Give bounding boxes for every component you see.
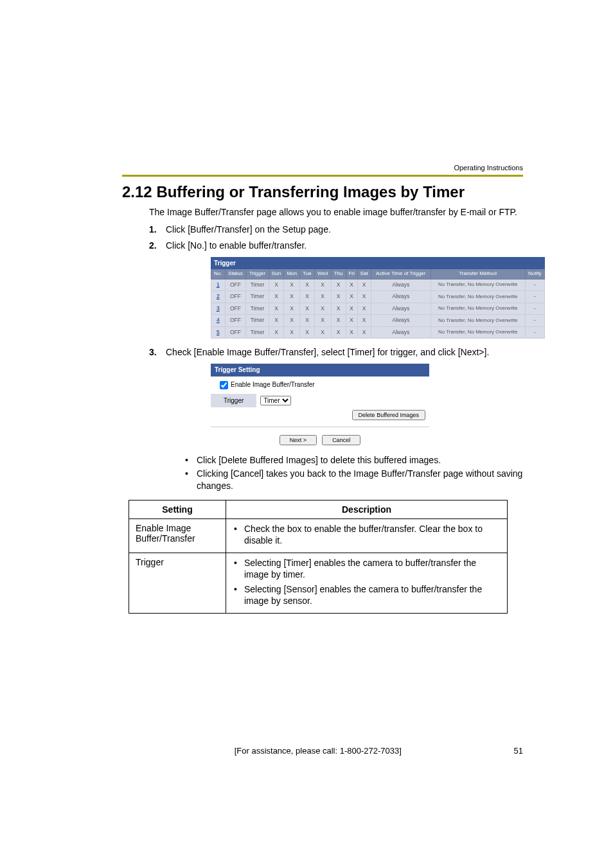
step-number: 2.	[149, 240, 157, 252]
delete-buffered-images-button[interactable]: Delete Buffered Images	[352, 410, 425, 420]
desc-value-0: Check the box to enable the buffer/trans…	[226, 518, 508, 553]
footer-page-number: 51	[514, 746, 523, 756]
step-text: Click [No.] to enable buffer/transfer.	[166, 240, 306, 251]
trigger-header-cell: Notify	[525, 269, 544, 279]
note-item: Clicking [Cancel] takes you back to the …	[182, 468, 523, 492]
desc-head-description: Description	[226, 500, 508, 518]
desc-item: Selecting [Sensor] enables the camera to…	[233, 583, 501, 607]
desc-item: Selecting [Timer] enables the camera to …	[233, 557, 501, 580]
enable-buffer-checkbox[interactable]	[220, 381, 228, 389]
trigger-header-cell: Trigger	[246, 269, 269, 279]
trigger-row-link[interactable]: 5	[217, 329, 220, 335]
page-footer: [For assistance, please call: 1-800-272-…	[122, 746, 523, 756]
note-item: Click [Delete Buffered Images] to delete…	[182, 454, 523, 466]
trigger-select-label: Trigger	[211, 394, 256, 408]
trigger-header-cell: Sat	[357, 269, 371, 279]
trigger-header-cell: No.	[211, 269, 226, 279]
header-breadcrumb: Operating Instructions	[454, 164, 523, 172]
trigger-setting-title: Trigger Setting	[211, 364, 429, 376]
trigger-header-cell: Fri	[346, 269, 357, 279]
table-row: 1OFFTimerXXXXXXXAlwaysNo Transfer, No Me…	[211, 279, 545, 290]
step-1: 1. Click [Buffer/Transfer] on the Setup …	[149, 224, 523, 236]
step-3: 3. Check [Enable Image Buffer/Transfer],…	[149, 346, 523, 492]
next-button[interactable]: Next >	[280, 435, 317, 445]
step-number: 3.	[149, 346, 157, 359]
trigger-header-cell: Transfer Method	[431, 269, 525, 279]
desc-value-1: Selecting [Timer] enables the camera to …	[226, 553, 508, 614]
intro-paragraph: The Image Buffer/Transfer page allows yo…	[149, 206, 523, 218]
trigger-header-cell: Wed	[314, 269, 331, 279]
trigger-setting-embed: Trigger Setting Enable Image Buffer/Tran…	[211, 364, 429, 448]
step-text: Check [Enable Image Buffer/Transfer], se…	[166, 347, 489, 357]
trigger-header-cell: Status	[225, 269, 246, 279]
footer-assistance: [For assistance, please call: 1-800-272-…	[122, 746, 514, 756]
trigger-row-link[interactable]: 1	[217, 281, 220, 288]
trigger-row-link[interactable]: 4	[217, 317, 220, 323]
desc-setting-0: Enable Image Buffer/Transfer	[129, 518, 226, 553]
header-divider	[122, 175, 523, 177]
trigger-header-cell: Sun	[269, 269, 283, 279]
trigger-table-title: Trigger	[211, 257, 545, 269]
desc-head-setting: Setting	[129, 500, 226, 518]
trigger-header-cell: Thu	[331, 269, 346, 279]
trigger-select[interactable]: Timer	[260, 396, 291, 405]
page-title: 2.12 Buffering or Transferring Images by…	[122, 183, 523, 201]
trigger-header-cell: Tue	[300, 269, 315, 279]
description-table: Setting Description Enable Image Buffer/…	[129, 500, 508, 614]
step-text: Click [Buffer/Transfer] on the Setup pag…	[166, 224, 331, 235]
step-2: 2. Click [No.] to enable buffer/transfer…	[149, 240, 523, 339]
cancel-button[interactable]: Cancel	[322, 435, 360, 445]
table-row: 5OFFTimerXXXXXXXAlwaysNo Transfer, No Me…	[211, 326, 545, 338]
desc-item: Check the box to enable the buffer/trans…	[233, 523, 501, 546]
trigger-header-cell: Mon	[284, 269, 300, 279]
step-number: 1.	[149, 224, 157, 236]
table-row: 3OFFTimerXXXXXXXAlwaysNo Transfer, No Me…	[211, 303, 545, 314]
trigger-table-embed: Trigger No.StatusTriggerSunMonTueWedThuF…	[211, 257, 523, 339]
enable-buffer-label: Enable Image Buffer/Transfer	[231, 380, 315, 389]
desc-setting-1: Trigger	[129, 553, 226, 614]
trigger-row-link[interactable]: 2	[217, 293, 220, 299]
trigger-row-link[interactable]: 3	[217, 305, 220, 312]
trigger-header-cell: Active Time of Trigger	[371, 269, 431, 279]
table-row: 2OFFTimerXXXXXXXAlwaysNo Transfer, No Me…	[211, 291, 545, 303]
table-row: 4OFFTimerXXXXXXXAlwaysNo Transfer, No Me…	[211, 315, 545, 326]
